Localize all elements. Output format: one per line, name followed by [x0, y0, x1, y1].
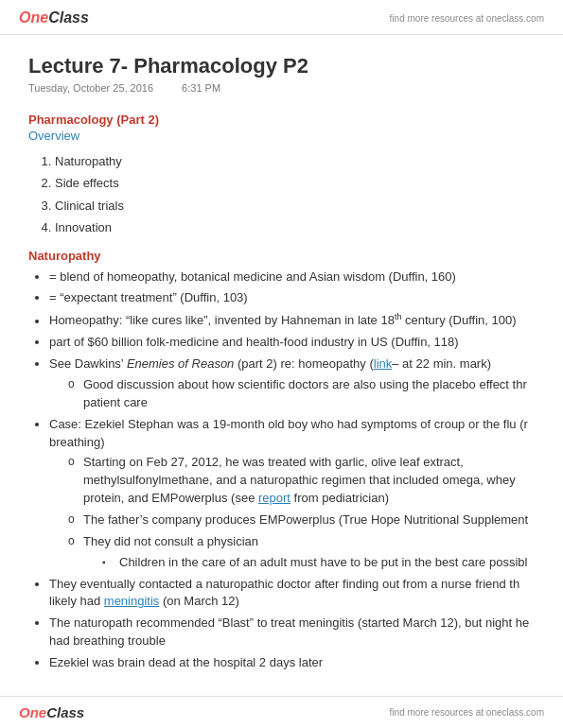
naturopathy-bullets: = blend of homeopathy, botanical medicin…	[28, 269, 535, 672]
page-date: Tuesday, October 25, 2016	[28, 82, 153, 94]
page-title: Lecture 7- Pharmacology P2	[28, 54, 535, 78]
page-time: 6:31 PM	[182, 82, 220, 94]
list-item: Innovation	[55, 217, 535, 238]
sub-list: Starting on Feb 27, 2012, he was treated…	[49, 454, 535, 571]
list-item: Clinical trials	[55, 195, 535, 217]
sub-list-item: Good discussion about how scientific doc…	[68, 376, 535, 412]
list-item: Side effects	[55, 172, 535, 194]
list-item: They eventually contacted a naturopathic…	[49, 576, 535, 612]
header-logo: OneClass	[19, 9, 89, 26]
sub-sub-list-item: Children in the care of an adult must ha…	[102, 554, 535, 572]
footer-logo-class: Class	[46, 704, 84, 720]
list-item: See Dawkins’ Enemies of Reason (part 2) …	[49, 355, 535, 412]
list-item: Case: Ezekiel Stephan was a 19-month old…	[49, 416, 535, 572]
link-meningitis[interactable]: meningitis	[104, 594, 160, 608]
overview-list: Naturopathy Side effects Clinical trials…	[28, 150, 535, 239]
sub-list-item: The father’s company produces EMPowerplu…	[68, 511, 535, 529]
sub-list-item: They did not consult a physician Childre…	[68, 533, 535, 572]
list-item: Naturopathy	[55, 150, 535, 172]
list-item: Ezekiel was brain dead at the hospital 2…	[49, 654, 535, 672]
list-item: part of $60 billion folk-medicine and he…	[49, 334, 535, 352]
link-report[interactable]: report	[258, 491, 290, 505]
header: OneClass find more resources at oneclass…	[0, 0, 563, 35]
footer-tagline: find more resources at oneclass.com	[390, 707, 544, 718]
logo-class: Class	[48, 9, 89, 26]
overview-subtitle: Overview	[28, 129, 535, 143]
sub-sub-list: Children in the care of an adult must ha…	[83, 554, 535, 572]
sub-list: Good discussion about how scientific doc…	[49, 376, 535, 412]
list-item: Homeopathy: “like cures like”, invented …	[49, 311, 535, 330]
footer: OneClass find more resources at oneclass…	[0, 696, 563, 728]
footer-logo: OneClass	[19, 704, 84, 720]
list-item: = blend of homeopathy, botanical medicin…	[49, 269, 535, 286]
logo-one: One	[19, 9, 48, 26]
list-item: = “expectant treatment” (Duffin, 103)	[49, 289, 535, 307]
footer-logo-one: One	[19, 704, 46, 720]
list-item: The naturopath recommended “Blast” to tr…	[49, 615, 535, 650]
link-enemies-of-reason[interactable]: link	[374, 356, 393, 371]
naturopathy-title: Naturopathy	[28, 249, 535, 263]
pharmacology-title: Pharmacology (Part 2)	[28, 113, 535, 127]
sub-list-item: Starting on Feb 27, 2012, he was treated…	[68, 454, 535, 508]
page-meta: Tuesday, October 25, 2016 6:31 PM	[28, 82, 535, 94]
main-content: Lecture 7- Pharmacology P2 Tuesday, Octo…	[0, 35, 563, 697]
header-tagline: find more resources at oneclass.com	[390, 13, 544, 24]
